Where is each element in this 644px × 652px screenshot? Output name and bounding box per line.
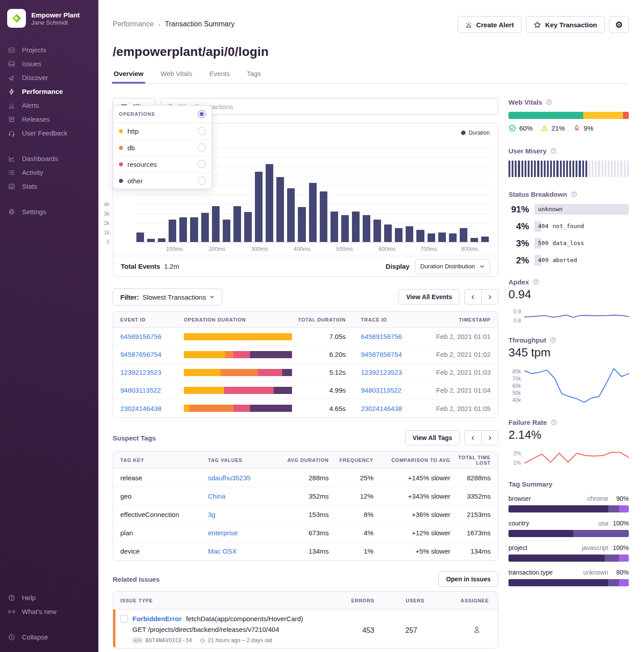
trace-id-link[interactable]: 64589156756 — [361, 333, 428, 340]
event-id-link[interactable]: 23024146438 — [120, 405, 184, 412]
sidebar-item-releases[interactable]: Releases — [0, 112, 98, 126]
settings-button[interactable]: ⚙ — [609, 16, 629, 33]
status-code: 409 — [538, 257, 548, 263]
other-radio[interactable] — [198, 177, 206, 185]
tag-summary-row: browser chrome 90% — [508, 495, 629, 512]
open-in-issues-button[interactable]: Open in Issues — [438, 572, 498, 587]
web-vitals-good-pct: 60% — [519, 124, 533, 132]
operation-option-http[interactable]: http — [113, 123, 212, 140]
search-input[interactable] — [178, 103, 492, 110]
issue-type-link[interactable]: ForbiddenError — [132, 615, 182, 622]
sidebar-collapse-button[interactable]: Collapse — [0, 630, 98, 644]
throughput-value: 345 tpm — [508, 346, 629, 360]
sidebar-item-user-feedback[interactable]: User Feedback — [0, 126, 98, 140]
create-alert-button[interactable]: Create Alert — [458, 16, 521, 33]
sidebar-item-help[interactable]: Help — [0, 591, 98, 605]
previous-page-button[interactable] — [464, 430, 481, 445]
sidebar-item-whats-new[interactable]: What's new — [0, 605, 98, 618]
event-id-link[interactable]: 12392123523 — [120, 368, 184, 376]
sidebar-item-label: Stats — [22, 182, 37, 190]
display-dropdown[interactable]: Duration Distribution — [415, 259, 490, 274]
db-color-dot — [119, 146, 123, 150]
tab-events[interactable]: Events — [208, 70, 231, 83]
total-events-label: Total Events — [121, 262, 160, 270]
sidebar-item-stats[interactable]: Stats — [0, 179, 98, 193]
tag-summary-row: country usa 100% — [508, 520, 629, 537]
event-id-link[interactable]: 94587656754 — [120, 351, 184, 358]
sidebar-item-dashboards[interactable]: Dashboards — [0, 152, 98, 165]
view-all-tags-button[interactable]: View All Tags — [405, 430, 460, 445]
table-row: 64589156756 7.05s 64589156756 Feb 2, 202… — [113, 328, 498, 346]
assignee-button[interactable] — [424, 626, 491, 634]
tab-tags[interactable]: Tags — [246, 70, 262, 83]
tag-value-link[interactable]: sdaufhu35235 — [208, 474, 284, 482]
operation-option-resources[interactable]: resources — [113, 156, 212, 173]
status-pct: 4% — [508, 221, 529, 232]
sidebar-item-performance[interactable]: Performance — [0, 85, 98, 98]
db-radio[interactable] — [198, 144, 206, 152]
sidebar-item-issues[interactable]: Issues — [0, 57, 98, 71]
gear-icon: ⚙ — [615, 21, 623, 29]
tag-summary-title: Tag Summary — [508, 480, 552, 488]
org-switcher[interactable]: Empower Plant Jane Schmidt — [0, 9, 98, 28]
sidebar-item-activity[interactable]: Activity — [0, 165, 98, 179]
status-row: 2% 409aborted — [508, 255, 629, 266]
question-circle-icon[interactable] — [533, 279, 539, 285]
transaction-filter-dropdown[interactable]: Filter: Slowest Transactions — [113, 288, 222, 305]
next-page-button[interactable] — [481, 289, 498, 305]
tab-overview[interactable]: Overview — [113, 70, 144, 83]
tab-web-vitals[interactable]: Web Vitals — [160, 70, 193, 83]
previous-page-button[interactable] — [464, 289, 481, 305]
breadcrumb-performance[interactable]: Performance — [113, 20, 154, 28]
column-header: TIMESTAMP — [428, 317, 491, 322]
tag-summary-bar — [508, 530, 629, 537]
event-id-link[interactable]: 94803113522 — [120, 386, 184, 394]
issue-row: ForbiddenError fetchData(app/components/… — [113, 610, 498, 648]
view-all-events-button[interactable]: View All Events — [398, 289, 460, 305]
next-page-button[interactable] — [481, 430, 498, 445]
sidebar-item-alerts[interactable]: Alerts — [0, 98, 98, 112]
suspect-tags-header: TAG KEY TAG VALUES AVG DURATION FREQUENC… — [113, 452, 498, 469]
tag-value-link[interactable]: enterprise — [208, 529, 284, 537]
comparison: +5% slower — [373, 547, 450, 555]
trace-id-link[interactable]: 23024146438 — [361, 405, 428, 412]
tag-value-link[interactable]: Mac OSX — [208, 547, 284, 555]
chevron-left-icon — [470, 294, 476, 300]
sidebar-item-label: Releases — [22, 115, 50, 123]
trace-id-link[interactable]: 94587656754 — [361, 351, 428, 358]
http-radio[interactable] — [198, 127, 206, 135]
key-transaction-button[interactable]: Key Transaction — [526, 16, 605, 33]
operations-all-radio[interactable] — [198, 110, 206, 118]
question-circle-icon[interactable] — [571, 191, 577, 198]
trace-id-link[interactable]: 94803113522 — [361, 386, 428, 394]
operation-option-other[interactable]: other — [113, 173, 212, 189]
user-feedback-icon — [8, 130, 16, 137]
sidebar-item-projects[interactable]: Projects — [0, 43, 98, 57]
event-id-link[interactable]: 64589156756 — [120, 333, 184, 340]
question-circle-icon[interactable] — [546, 99, 552, 106]
question-circle-icon[interactable] — [550, 337, 556, 343]
comparison: +36% slower — [373, 511, 450, 518]
tag-value-link[interactable]: China — [208, 492, 284, 500]
table-row: device Mac OSX 134ms 1% +5% slower 134ms — [113, 542, 498, 560]
question-circle-icon[interactable] — [551, 419, 557, 426]
status-label: not_found — [552, 223, 584, 229]
sidebar-item-label: User Feedback — [22, 129, 68, 137]
issue-checkbox[interactable] — [120, 615, 128, 622]
tab-bar: Overview Web Vitals Events Tags — [113, 70, 629, 84]
sidebar-item-discover[interactable]: Discover — [0, 71, 98, 85]
issue-level-stripe — [113, 610, 115, 648]
operation-option-db[interactable]: db — [113, 140, 212, 156]
status-code: 404 — [538, 223, 548, 229]
sidebar-item-label: Discover — [22, 74, 48, 81]
frequency: 1% — [329, 547, 373, 555]
sidebar-item-settings[interactable]: ⚙ Settings — [0, 205, 98, 219]
sidebar-item-label: Collapse — [22, 633, 48, 641]
question-circle-icon[interactable] — [550, 148, 557, 154]
user-misery-title: User Misery — [508, 147, 547, 155]
status-row: 91% unknown — [508, 204, 629, 215]
trace-id-link[interactable]: 12392123523 — [361, 368, 428, 376]
resources-radio[interactable] — [198, 160, 206, 168]
collapse-icon — [8, 634, 16, 641]
tag-value-link[interactable]: 3g — [208, 511, 284, 518]
